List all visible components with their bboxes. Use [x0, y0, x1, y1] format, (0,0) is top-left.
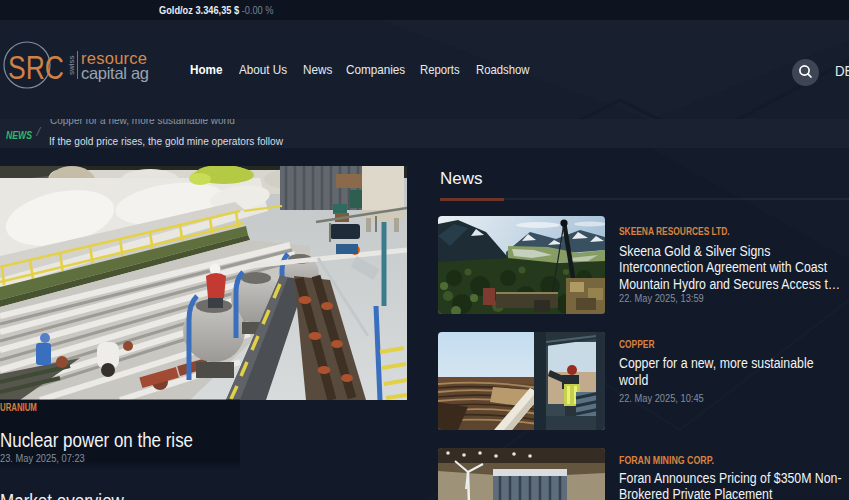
svg-text:capital ag: capital ag: [81, 64, 149, 82]
svg-text:swiss: swiss: [67, 55, 76, 75]
svg-text:SRC: SRC: [8, 48, 64, 86]
